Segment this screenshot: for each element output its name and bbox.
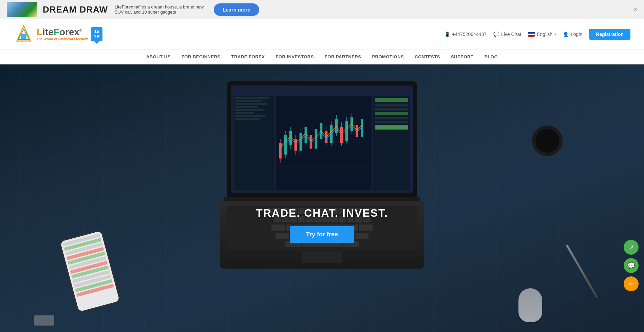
- banner-desc-line1: LiteForex raffles a dream house, a brand…: [115, 4, 204, 9]
- chart-left-panel: [234, 96, 274, 190]
- nav-item-blog[interactable]: BLOG: [484, 50, 498, 63]
- chevron-down-icon: ▾: [554, 32, 556, 36]
- svg-rect-2: [21, 34, 26, 39]
- hero-title: TRADE. CHAT. INVEST.: [256, 207, 388, 219]
- banner-close-button[interactable]: ×: [633, 6, 637, 14]
- mouse-graphic: [518, 288, 542, 322]
- coffee-cup-graphic: [532, 125, 569, 163]
- chart-left-row: [235, 97, 269, 99]
- logo-area: LiteForex® The World of Financial Freedo…: [14, 24, 102, 44]
- chart-body: [231, 93, 413, 193]
- login-label: Login: [571, 32, 582, 37]
- language-selector[interactable]: English ▾: [528, 32, 556, 37]
- nav-item-contests[interactable]: CONTESTS: [415, 50, 440, 63]
- banner-image: [7, 2, 37, 17]
- nav-item-beginners[interactable]: FOR BEGINNERS: [182, 50, 221, 63]
- top-banner: DREAM DRAW LiteForex raffles a dream hou…: [0, 0, 644, 19]
- share-icon: ↗: [629, 243, 634, 251]
- laptop-hinge: [224, 197, 420, 201]
- live-chat-button[interactable]: 💬 Live Chat: [493, 32, 521, 37]
- learn-more-button[interactable]: Learn more: [214, 3, 259, 16]
- chat-icon: 💬: [493, 32, 499, 37]
- laptop-screen-outer: [227, 81, 417, 197]
- hero-content: TRADE. CHAT. INVEST. Try for free: [256, 207, 388, 243]
- nav-item-investors[interactable]: FOR INVESTORS: [276, 50, 314, 63]
- laptop-touchpad: [302, 251, 342, 263]
- chart-left-row: [235, 115, 266, 117]
- laptop-screen: [231, 85, 413, 193]
- chart-right-row: [375, 104, 408, 106]
- chart-buy-button: [375, 125, 408, 130]
- user-icon: 👤: [563, 32, 569, 37]
- header-right: 📱 +447520644437 💬 Live Chat English ▾ 👤 …: [444, 29, 630, 40]
- banner-title: DREAM DRAW: [43, 4, 108, 15]
- language-label: English: [537, 32, 552, 37]
- chart-left-row: [235, 112, 254, 114]
- logo-badge: 15YR: [91, 27, 102, 41]
- candlestick-chart: [276, 96, 372, 190]
- logo-name: LiteForex®: [37, 27, 88, 37]
- chart-left-row: [235, 100, 262, 102]
- chart-right-row-green2: [375, 112, 408, 115]
- hero-section: TRADE. CHAT. INVEST. Try for free: [0, 64, 644, 332]
- cup-inner: [535, 129, 559, 153]
- phone-number: +447520644437: [452, 32, 487, 37]
- header-phone: 📱 +447520644437: [444, 32, 487, 37]
- try-for-free-button[interactable]: Try for free: [290, 226, 354, 243]
- login-button[interactable]: 👤 Login: [563, 32, 582, 37]
- main-nav: ABOUT US FOR BEGINNERS TRADE FOREX FOR I…: [0, 50, 644, 64]
- edit-fab-button[interactable]: ✏: [624, 276, 639, 291]
- keys-graphic: [34, 315, 54, 326]
- chart-left-row: [235, 118, 260, 120]
- chart-right-row: [375, 121, 408, 123]
- register-button[interactable]: Registration: [589, 29, 630, 40]
- nav-item-about[interactable]: ABOUT US: [146, 50, 171, 63]
- banner-desc-line2: SUV car, and 18 super gadgets: [115, 9, 204, 15]
- flag-icon: [528, 32, 535, 37]
- nav-item-support[interactable]: SUPPORT: [451, 50, 473, 63]
- logo-icon: [14, 24, 34, 44]
- logo-text-area: LiteForex® The World of Financial Freedo…: [37, 27, 88, 41]
- edit-icon: ✏: [629, 280, 634, 288]
- chat-fab-icon: 💬: [627, 262, 635, 269]
- badge-text: 15YR: [94, 29, 100, 39]
- nav-item-trade-forex[interactable]: TRADE FOREX: [231, 50, 265, 63]
- chart-left-row: [235, 103, 267, 105]
- chart-main-area: [276, 96, 372, 190]
- fab-container: ↗ 💬 ✏: [624, 240, 639, 291]
- chart-right-row: [375, 117, 408, 119]
- site-header: LiteForex® The World of Financial Freedo…: [0, 19, 644, 50]
- share-fab-button[interactable]: ↗: [624, 240, 639, 255]
- chart-left-row: [235, 106, 258, 108]
- chart-right-row-green: [375, 98, 408, 102]
- phone-icon: 📱: [444, 32, 450, 37]
- banner-description: LiteForex raffles a dream house, a brand…: [115, 4, 204, 15]
- cup-outer: [532, 125, 563, 156]
- chart-left-row: [235, 109, 264, 111]
- logo-tagline: The World of Financial Freedom: [37, 38, 88, 41]
- chat-label: Live Chat: [501, 32, 521, 37]
- chat-fab-button[interactable]: 💬: [624, 258, 639, 273]
- nav-item-promotions[interactable]: PROMOTIONS: [372, 50, 404, 63]
- chart-right-panel: [373, 96, 410, 190]
- chart-right-row: [375, 108, 408, 111]
- nav-item-partners[interactable]: FOR PARTNERS: [325, 50, 361, 63]
